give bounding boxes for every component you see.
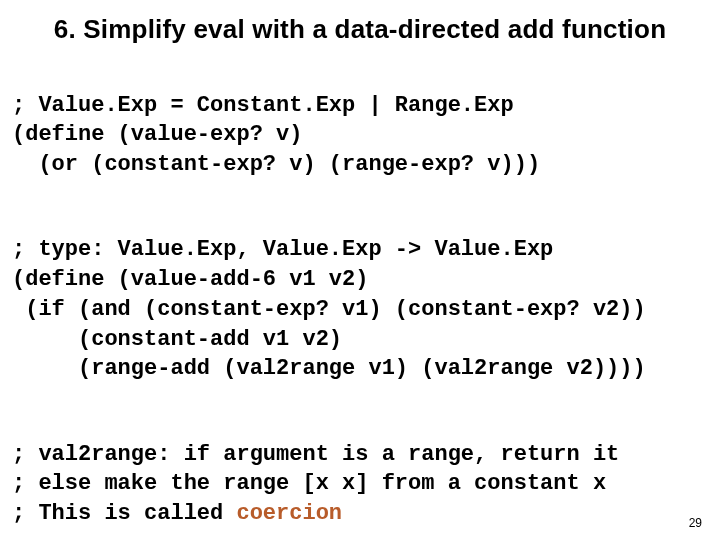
code-line: ; val2range: if argument is a range, ret… <box>12 442 619 467</box>
code-line: (define (value-exp? v) <box>12 122 302 147</box>
code-line: (or (constant-exp? v) (range-exp? v))) <box>12 152 540 177</box>
code-line: (constant-add v1 v2) <box>12 327 342 352</box>
code-line: (if (and (constant-exp? v1) (constant-ex… <box>12 297 646 322</box>
code-block-1: ; Value.Exp = Constant.Exp | Range.Exp (… <box>12 61 708 180</box>
code-block-3: ; val2range: if argument is a range, ret… <box>12 410 708 529</box>
code-line: ; Value.Exp = Constant.Exp | Range.Exp <box>12 93 514 118</box>
coercion-keyword: coercion <box>236 501 342 526</box>
code-text: ; This is called <box>12 501 236 526</box>
code-line: (define (value-add-6 v1 v2) <box>12 267 368 292</box>
page-number: 29 <box>689 516 702 530</box>
code-block-2: ; type: Value.Exp, Value.Exp -> Value.Ex… <box>12 206 708 384</box>
slide-title: 6. Simplify eval with a data-directed ad… <box>12 14 708 45</box>
code-line: ; This is called coercion <box>12 501 342 526</box>
code-line: (range-add (val2range v1) (val2range v2)… <box>12 356 646 381</box>
slide: 6. Simplify eval with a data-directed ad… <box>0 0 720 540</box>
code-line: ; type: Value.Exp, Value.Exp -> Value.Ex… <box>12 237 553 262</box>
code-line: ; else make the range [x x] from a const… <box>12 471 606 496</box>
